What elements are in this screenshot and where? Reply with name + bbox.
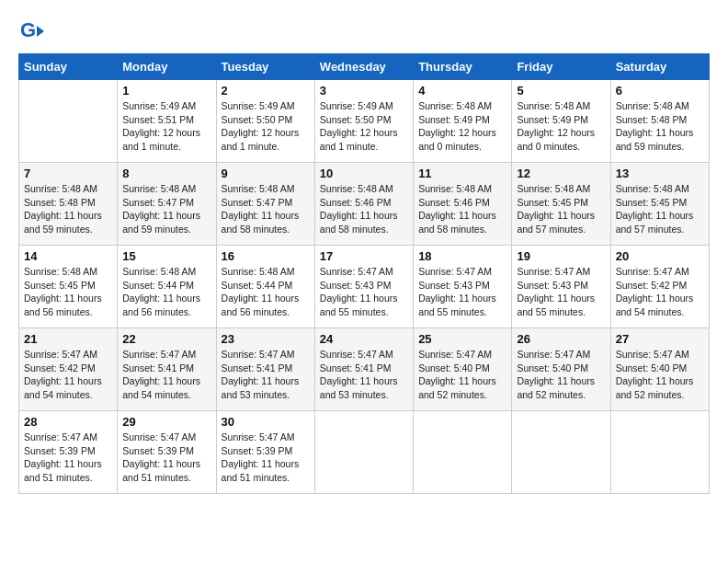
- day-number: 24: [320, 332, 408, 346]
- day-info: Sunrise: 5:48 AMSunset: 5:46 PMDaylight:…: [418, 182, 506, 236]
- week-row-5: 28Sunrise: 5:47 AMSunset: 5:39 PMDayligh…: [19, 411, 710, 494]
- day-info: Sunrise: 5:47 AMSunset: 5:43 PMDaylight:…: [418, 265, 506, 319]
- day-number: 8: [122, 167, 210, 180]
- day-cell: 30Sunrise: 5:47 AMSunset: 5:39 PMDayligh…: [216, 411, 314, 494]
- day-cell: 8Sunrise: 5:48 AMSunset: 5:47 PMDaylight…: [118, 163, 216, 246]
- day-info: Sunrise: 5:48 AMSunset: 5:48 PMDaylight:…: [616, 99, 704, 154]
- day-info: Sunrise: 5:49 AMSunset: 5:51 PMDaylight:…: [122, 99, 210, 154]
- day-number: 23: [222, 332, 310, 346]
- day-info: Sunrise: 5:48 AMSunset: 5:49 PMDaylight:…: [418, 99, 506, 154]
- day-number: 2: [222, 84, 310, 98]
- day-cell: 19Sunrise: 5:47 AMSunset: 5:43 PMDayligh…: [512, 246, 610, 328]
- day-info: Sunrise: 5:47 AMSunset: 5:41 PMDaylight:…: [122, 348, 210, 402]
- day-cell: 10Sunrise: 5:48 AMSunset: 5:46 PMDayligh…: [314, 163, 413, 246]
- svg-marker-1: [37, 26, 44, 37]
- day-number: 9: [222, 167, 310, 180]
- svg-text:G: G: [20, 18, 36, 41]
- day-info: Sunrise: 5:47 AMSunset: 5:40 PMDaylight:…: [517, 348, 605, 402]
- day-header-sunday: Sunday: [19, 54, 118, 80]
- day-number: 1: [122, 84, 210, 98]
- day-cell: 3Sunrise: 5:49 AMSunset: 5:50 PMDaylight…: [314, 80, 413, 163]
- day-cell: 12Sunrise: 5:48 AMSunset: 5:45 PMDayligh…: [512, 163, 610, 246]
- header: G: [18, 18, 710, 44]
- day-info: Sunrise: 5:47 AMSunset: 5:39 PMDaylight:…: [222, 431, 310, 485]
- day-info: Sunrise: 5:47 AMSunset: 5:42 PMDaylight:…: [616, 265, 704, 319]
- day-number: 17: [320, 249, 408, 263]
- day-info: Sunrise: 5:47 AMSunset: 5:43 PMDaylight:…: [517, 265, 605, 319]
- day-number: 19: [517, 249, 605, 263]
- day-number: 12: [517, 167, 605, 180]
- day-info: Sunrise: 5:47 AMSunset: 5:40 PMDaylight:…: [418, 348, 506, 402]
- day-cell: 17Sunrise: 5:47 AMSunset: 5:43 PMDayligh…: [314, 246, 413, 328]
- day-cell: 16Sunrise: 5:48 AMSunset: 5:44 PMDayligh…: [216, 246, 314, 328]
- day-number: 14: [24, 249, 112, 263]
- day-info: Sunrise: 5:49 AMSunset: 5:50 PMDaylight:…: [222, 99, 310, 154]
- day-info: Sunrise: 5:48 AMSunset: 5:47 PMDaylight:…: [222, 182, 310, 236]
- day-info: Sunrise: 5:48 AMSunset: 5:44 PMDaylight:…: [222, 265, 310, 319]
- calendar-table: SundayMondayTuesdayWednesdayThursdayFrid…: [18, 53, 710, 494]
- day-cell: 7Sunrise: 5:48 AMSunset: 5:48 PMDaylight…: [19, 163, 118, 246]
- day-info: Sunrise: 5:48 AMSunset: 5:49 PMDaylight:…: [517, 99, 605, 154]
- day-number: 26: [517, 332, 605, 346]
- day-cell: 13Sunrise: 5:48 AMSunset: 5:45 PMDayligh…: [610, 163, 709, 246]
- day-cell: 25Sunrise: 5:47 AMSunset: 5:40 PMDayligh…: [414, 328, 512, 411]
- day-info: Sunrise: 5:48 AMSunset: 5:45 PMDaylight:…: [616, 182, 704, 236]
- day-cell: 2Sunrise: 5:49 AMSunset: 5:50 PMDaylight…: [216, 80, 314, 163]
- day-cell: 26Sunrise: 5:47 AMSunset: 5:40 PMDayligh…: [512, 328, 610, 411]
- days-header-row: SundayMondayTuesdayWednesdayThursdayFrid…: [19, 54, 710, 80]
- day-cell: 5Sunrise: 5:48 AMSunset: 5:49 PMDaylight…: [512, 80, 610, 163]
- day-cell: 29Sunrise: 5:47 AMSunset: 5:39 PMDayligh…: [118, 411, 216, 494]
- day-info: Sunrise: 5:47 AMSunset: 5:39 PMDaylight:…: [122, 431, 210, 485]
- day-info: Sunrise: 5:47 AMSunset: 5:41 PMDaylight:…: [320, 348, 408, 402]
- day-cell: [19, 80, 118, 163]
- day-cell: 1Sunrise: 5:49 AMSunset: 5:51 PMDaylight…: [118, 80, 216, 163]
- day-number: 22: [122, 332, 210, 346]
- day-header-friday: Friday: [512, 54, 610, 80]
- day-number: 20: [616, 249, 704, 263]
- week-row-3: 14Sunrise: 5:48 AMSunset: 5:45 PMDayligh…: [19, 246, 710, 328]
- day-cell: 27Sunrise: 5:47 AMSunset: 5:40 PMDayligh…: [610, 328, 709, 411]
- day-cell: [512, 411, 610, 494]
- logo: G: [18, 18, 46, 44]
- day-info: Sunrise: 5:48 AMSunset: 5:46 PMDaylight:…: [320, 182, 408, 236]
- day-cell: 14Sunrise: 5:48 AMSunset: 5:45 PMDayligh…: [19, 246, 118, 328]
- day-header-saturday: Saturday: [610, 54, 709, 80]
- day-cell: 21Sunrise: 5:47 AMSunset: 5:42 PMDayligh…: [19, 328, 118, 411]
- day-header-thursday: Thursday: [414, 54, 512, 80]
- day-info: Sunrise: 5:48 AMSunset: 5:45 PMDaylight:…: [24, 265, 112, 319]
- day-info: Sunrise: 5:47 AMSunset: 5:41 PMDaylight:…: [222, 348, 310, 402]
- day-cell: 6Sunrise: 5:48 AMSunset: 5:48 PMDaylight…: [610, 80, 709, 163]
- day-number: 18: [418, 249, 506, 263]
- day-cell: 22Sunrise: 5:47 AMSunset: 5:41 PMDayligh…: [118, 328, 216, 411]
- day-info: Sunrise: 5:47 AMSunset: 5:40 PMDaylight:…: [616, 348, 704, 402]
- day-cell: 28Sunrise: 5:47 AMSunset: 5:39 PMDayligh…: [19, 411, 118, 494]
- day-number: 11: [418, 167, 506, 180]
- day-number: 10: [320, 167, 408, 180]
- day-header-tuesday: Tuesday: [216, 54, 314, 80]
- week-row-1: 1Sunrise: 5:49 AMSunset: 5:51 PMDaylight…: [19, 80, 710, 163]
- day-number: 3: [320, 84, 408, 98]
- day-cell: 23Sunrise: 5:47 AMSunset: 5:41 PMDayligh…: [216, 328, 314, 411]
- day-cell: 18Sunrise: 5:47 AMSunset: 5:43 PMDayligh…: [414, 246, 512, 328]
- day-number: 4: [418, 84, 506, 98]
- day-cell: [610, 411, 709, 494]
- day-header-wednesday: Wednesday: [314, 54, 413, 80]
- day-cell: 11Sunrise: 5:48 AMSunset: 5:46 PMDayligh…: [414, 163, 512, 246]
- day-cell: 20Sunrise: 5:47 AMSunset: 5:42 PMDayligh…: [610, 246, 709, 328]
- day-number: 13: [616, 167, 704, 180]
- day-header-monday: Monday: [118, 54, 216, 80]
- day-number: 7: [24, 167, 112, 180]
- day-number: 16: [222, 249, 310, 263]
- day-number: 25: [418, 332, 506, 346]
- day-info: Sunrise: 5:47 AMSunset: 5:43 PMDaylight:…: [320, 265, 408, 319]
- day-number: 5: [517, 84, 605, 98]
- day-info: Sunrise: 5:47 AMSunset: 5:39 PMDaylight:…: [24, 431, 112, 485]
- day-cell: [314, 411, 413, 494]
- day-number: 29: [122, 415, 210, 429]
- day-number: 30: [222, 415, 310, 429]
- day-cell: [414, 411, 512, 494]
- day-number: 28: [24, 415, 112, 429]
- day-info: Sunrise: 5:49 AMSunset: 5:50 PMDaylight:…: [320, 99, 408, 154]
- week-row-4: 21Sunrise: 5:47 AMSunset: 5:42 PMDayligh…: [19, 328, 710, 411]
- day-info: Sunrise: 5:48 AMSunset: 5:47 PMDaylight:…: [122, 182, 210, 236]
